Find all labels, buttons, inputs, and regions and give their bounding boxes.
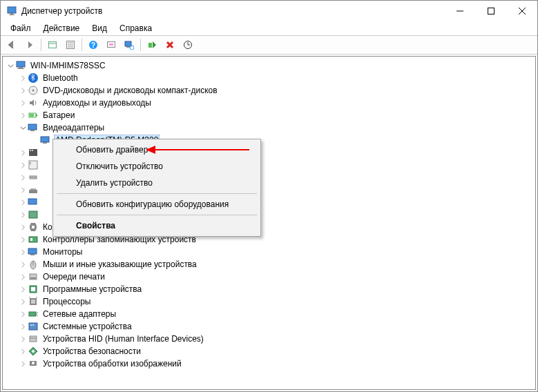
uninstall-device-button[interactable] <box>162 37 178 52</box>
device-category-icon <box>28 321 39 332</box>
device-category-icon <box>28 296 39 307</box>
expand-collapse-icon[interactable] <box>18 233 28 246</box>
audio-icon <box>28 97 39 108</box>
tree-category-node[interactable]: Устройства HID (Human Interface Devices) <box>6 333 535 345</box>
menu-view[interactable]: Вид <box>86 22 113 35</box>
context-scan-hardware[interactable]: Обновить конфигурацию оборудования <box>55 196 258 213</box>
tree-category-node[interactable]: Bluetooth <box>6 72 535 84</box>
tree-category-node[interactable]: Аудиовходы и аудиовыходы <box>6 97 535 109</box>
back-button[interactable] <box>3 37 20 52</box>
expand-collapse-icon[interactable] <box>18 171 28 184</box>
expand-collapse-icon[interactable] <box>18 333 28 345</box>
expand-collapse-icon[interactable] <box>18 320 28 333</box>
svg-point-68 <box>32 350 35 353</box>
tree-label: Батареи <box>41 110 76 121</box>
svg-rect-4 <box>488 8 494 14</box>
expand-collapse-icon[interactable] <box>18 121 28 134</box>
expand-collapse-icon[interactable] <box>18 84 28 97</box>
expand-collapse-icon[interactable] <box>18 283 28 295</box>
minimize-button[interactable] <box>444 1 475 21</box>
svg-rect-49 <box>30 238 32 241</box>
tree-category-node[interactable]: Батареи <box>6 109 535 121</box>
tree-label <box>41 189 44 190</box>
toolbar-icon-button[interactable] <box>103 37 119 52</box>
menu-file[interactable]: Файл <box>5 22 37 35</box>
svg-point-27 <box>32 90 35 92</box>
tree-category-node[interactable]: Процессоры <box>6 295 535 308</box>
expand-collapse-icon[interactable] <box>18 295 28 308</box>
expand-collapse-icon[interactable] <box>18 146 28 159</box>
svg-rect-45 <box>28 199 37 204</box>
context-update-driver[interactable]: Обновить драйвер <box>55 141 258 158</box>
svg-rect-40 <box>30 164 31 164</box>
tree-label: Устройства безопасности <box>41 346 142 357</box>
device-category-icon <box>28 246 39 257</box>
tree-category-node[interactable]: Мыши и иные указывающие устройства <box>6 258 535 271</box>
expand-collapse-icon[interactable] <box>18 357 28 370</box>
svg-rect-18 <box>126 46 130 48</box>
show-hide-console-button[interactable] <box>44 37 61 52</box>
device-category-icon <box>28 333 39 344</box>
tree-category-node[interactable]: Мониторы <box>6 246 535 258</box>
forward-button[interactable] <box>21 37 38 52</box>
maximize-button[interactable] <box>475 1 506 21</box>
tree-category-node[interactable]: Программные устройства <box>6 283 535 295</box>
toolbar-icon-button[interactable] <box>121 37 137 52</box>
expand-collapse-icon[interactable] <box>6 59 15 72</box>
scan-hardware-button[interactable] <box>180 37 196 52</box>
device-category-icon <box>28 197 39 208</box>
tree-category-video[interactable]: Видеоадаптеры <box>6 121 535 134</box>
close-button[interactable] <box>506 1 537 21</box>
svg-rect-47 <box>32 226 35 228</box>
bluetooth-icon <box>28 72 39 84</box>
context-uninstall-device[interactable]: Удалить устройство <box>55 175 258 191</box>
svg-rect-55 <box>30 277 36 279</box>
expand-collapse-icon[interactable] <box>18 258 28 271</box>
expand-collapse-icon[interactable] <box>18 345 28 357</box>
menu-help[interactable]: Справка <box>114 22 157 35</box>
svg-rect-48 <box>29 237 37 242</box>
tree-category-node[interactable]: Устройства безопасности <box>6 345 535 357</box>
tree-category-node[interactable]: Очереди печати <box>6 271 535 283</box>
expand-collapse-icon[interactable] <box>18 159 28 171</box>
context-disable-device[interactable]: Отключить устройство <box>55 158 258 175</box>
svg-rect-16 <box>109 43 113 46</box>
display-adapter-icon <box>40 135 51 146</box>
expand-collapse-icon[interactable] <box>18 271 28 283</box>
svg-rect-23 <box>19 67 23 68</box>
device-category-icon <box>28 259 39 270</box>
expand-collapse-icon[interactable] <box>18 184 28 196</box>
expand-collapse-icon[interactable] <box>18 196 28 208</box>
tree-label: DVD-дисководы и дисководы компакт-дисков <box>41 85 219 96</box>
expand-collapse-icon[interactable] <box>18 208 28 221</box>
toolbar-separator <box>41 39 41 51</box>
enable-device-button[interactable] <box>144 37 160 52</box>
tree-label: Процессоры <box>41 296 93 307</box>
svg-rect-17 <box>125 41 131 46</box>
tree-category-node[interactable]: Системные устройства <box>6 320 535 333</box>
tree-label: Устройства обработки изображений <box>41 358 183 369</box>
menu-action[interactable]: Действие <box>38 22 86 35</box>
tree-label: Аудиовходы и аудиовыходы <box>41 97 153 108</box>
device-category-icon <box>28 284 39 295</box>
tree-category-node[interactable]: Сетевые адаптеры <box>6 308 535 320</box>
dvd-drive-icon <box>28 85 39 96</box>
device-category-icon <box>28 234 39 245</box>
properties-button[interactable] <box>62 37 79 52</box>
expand-collapse-icon[interactable] <box>18 109 28 121</box>
context-separator <box>57 215 257 215</box>
svg-rect-0 <box>8 7 16 13</box>
context-properties[interactable]: Свойства <box>55 217 258 234</box>
device-category-icon <box>28 271 39 282</box>
expand-collapse-icon[interactable] <box>18 221 28 233</box>
expand-collapse-icon[interactable] <box>18 246 28 258</box>
expand-collapse-icon[interactable] <box>18 308 28 320</box>
tree-label <box>41 177 44 178</box>
tree-category-node[interactable]: DVD-дисководы и дисководы компакт-дисков <box>6 84 535 97</box>
expand-collapse-icon[interactable] <box>18 97 28 109</box>
help-button[interactable]: ? <box>85 37 102 52</box>
expand-collapse-icon[interactable] <box>18 72 28 84</box>
tree-label <box>41 214 44 215</box>
tree-root-node[interactable]: WIN-IMHIMS78SSC <box>6 59 535 72</box>
tree-category-node[interactable]: Устройства обработки изображений <box>6 357 535 370</box>
